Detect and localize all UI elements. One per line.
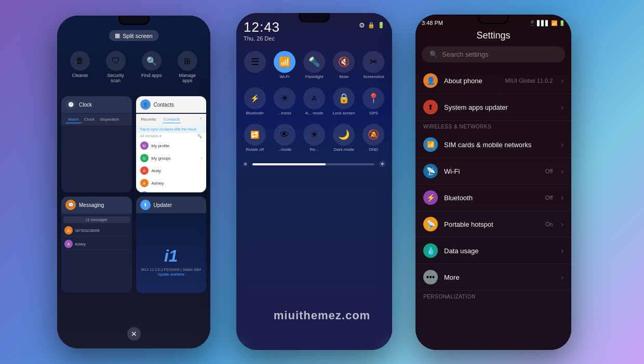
more-settings-label: More (444, 274, 555, 281)
sim-cards-chevron: › (561, 140, 564, 149)
bluetooth-settings-label: Bluetooth (444, 194, 539, 202)
contact-my-profile[interactable]: M My profile (136, 139, 207, 152)
messaging-title: Messaging (79, 202, 104, 208)
wifi-status-icon: 📶 (551, 20, 557, 26)
bluetooth-settings-value: Off (545, 194, 553, 201)
wifi-settings-chevron: › (561, 167, 564, 175)
more-settings-item[interactable]: ••• More › (415, 264, 571, 291)
system-apps-item[interactable]: ⬆ System apps updater › (415, 94, 571, 121)
tile-dark-mode[interactable]: 🌙 Dark mode (331, 124, 357, 152)
mute-icon: 🔇 (333, 51, 355, 73)
updater-body: i1 MIUI 11 0.6.0.PEGNXM | Stable 68M Upd… (136, 213, 207, 293)
alarm-tab[interactable]: Alarm (65, 116, 82, 123)
brightness-slider[interactable] (252, 163, 374, 165)
bluetooth-settings-item[interactable]: ⚡ Bluetooth Off › (415, 185, 571, 211)
contact-andy[interactable]: A Andy (136, 164, 207, 177)
stopwatch-tab[interactable]: Stopwatch (97, 116, 122, 123)
tile-menu[interactable]: ☰ (242, 51, 268, 79)
my-groups-avatar: G (140, 154, 149, 162)
updater-app-card[interactable]: ⬆ Updater i1 MIUI 11 0.6.0.PEGNXM | Stab… (136, 197, 207, 293)
contacts-app-card[interactable]: 👤 Contacts Recents Contacts + Tap to syn… (136, 96, 207, 192)
screenshot-icon: ✂ (363, 51, 384, 73)
hotspot-value: On (545, 221, 553, 227)
mode-icon: 👁 (274, 124, 296, 146)
tile-bluetooth[interactable]: ⚡ Bluetooth (242, 87, 268, 115)
msg-count: 11 messages (63, 216, 130, 223)
contacts-tabs: Recents Contacts + (136, 114, 207, 125)
close-recent-button[interactable]: ✕ (127, 327, 141, 341)
tile-mute[interactable]: 🔇 Mute (331, 51, 357, 79)
tile-dnd[interactable]: 🔕 DND (360, 124, 387, 152)
right-time: 3:48 PM (422, 20, 443, 26)
sim-cards-item[interactable]: 📶 SIM cards & mobile networks › (415, 132, 571, 158)
tile-lock-screen[interactable]: 🔒 Lock screen (331, 87, 357, 115)
hotspot-item[interactable]: 📡 Portable hotspot On › (415, 211, 571, 238)
search-contacts-icon[interactable]: 🔍 (197, 134, 202, 138)
msg-item-2[interactable]: A Ashley (63, 238, 130, 250)
msg-item-1[interactable]: A 18730321B009 (63, 225, 130, 237)
system-apps-label: System apps updater (444, 103, 555, 111)
tile-rotate[interactable]: 🔁 Rotate off (242, 124, 268, 152)
data-usage-item[interactable]: 💧 Data usage › (415, 238, 571, 264)
about-phone-chevron: › (561, 76, 564, 85)
contacts-list-tab[interactable]: Contacts (163, 116, 181, 123)
wifi-settings-label: Wi-Fi (444, 167, 539, 175)
clock-avatar: 🕐 (65, 99, 76, 110)
recents-tab[interactable]: Recents (140, 116, 157, 123)
contacts-avatar: 👤 (140, 99, 151, 110)
blurred-app-area (236, 174, 392, 350)
tile-flashlight[interactable]: 🔦 Flashlight (301, 51, 327, 79)
signal-bars-icon: ▋▋▋ (537, 20, 549, 26)
time-display: 12:43 (244, 19, 280, 35)
brightness-label: ...tness (278, 111, 291, 115)
screen-lock-icon: 🔒 (368, 22, 375, 29)
battery-icon: 🔋 (378, 22, 385, 29)
manage-apps-button[interactable]: ⊞ Manageapps (178, 51, 197, 83)
updater-logo: i1 (164, 246, 178, 266)
contacts-title: Contacts (154, 102, 174, 108)
contact-ashley[interactable]: A Ashley (136, 177, 207, 189)
quick-icons-row: 🗑 Cleaner 🛡 Securityscan 🔍 Find apps ⊞ M… (57, 51, 210, 83)
wifi-settings-item[interactable]: 📡 Wi-Fi Off › (415, 158, 571, 185)
contact-daniel[interactable]: D Daniel (136, 189, 207, 192)
andy-avatar: A (140, 166, 149, 175)
right-status-icons: 📱 ▋▋▋ 📶 🔋 (529, 20, 565, 26)
clock-title: Clock (79, 102, 92, 108)
tile-brightness[interactable]: ☀ ...tness (271, 87, 298, 115)
tile-re[interactable]: ☀ Re... (301, 124, 327, 152)
system-apps-chevron: › (561, 103, 564, 111)
tile-gps[interactable]: 📍 GPS (360, 87, 387, 115)
split-screen-button[interactable]: ▦ Split screen (109, 30, 158, 41)
wifi-label: Wi-Fi (279, 74, 289, 79)
brightness-low-icon: ☀ (243, 161, 248, 168)
rotate-label: Rotate off (246, 147, 264, 152)
about-phone-item[interactable]: 👤 About phone MIUI Global 11.0.2 › (415, 68, 571, 94)
messaging-card-header: 💬 Messaging (61, 197, 132, 213)
tile-auto-mode[interactable]: A A... mode (301, 87, 327, 115)
find-apps-button[interactable]: 🔍 Find apps (141, 51, 162, 83)
phone-left: ▦ Split screen 🗑 Cleaner 🛡 Securityscan … (57, 16, 210, 348)
quick-tiles-row1: ☰ 📶 Wi-Fi 🔦 Flashlight 🔇 Mute ✂ Screensh… (236, 46, 392, 79)
contacts-card-header: 👤 Contacts (136, 96, 207, 113)
clock-tab[interactable]: Clock (82, 116, 97, 123)
lock-screen-icon: 🔒 (333, 87, 355, 109)
cleaner-button[interactable]: 🗑 Cleaner (70, 51, 90, 83)
tile-screenshot[interactable]: ✂ Screenshot (360, 51, 387, 79)
tile-mode[interactable]: 👁 ...mode (271, 124, 298, 152)
gps-label: GPS (369, 111, 378, 115)
contacts-count: All contacts ▾ (140, 134, 162, 138)
bluetooth-settings-icon: ⚡ (423, 190, 438, 205)
cleaner-icon: 🗑 (70, 51, 90, 71)
settings-page-title: Settings (415, 26, 571, 46)
settings-gear-icon[interactable]: ⚙ (359, 21, 365, 29)
contact-my-groups[interactable]: G My groups › (136, 152, 207, 164)
messaging-app-card[interactable]: 💬 Messaging 11 messages A 18730321B009 A… (61, 197, 132, 293)
search-settings-bar[interactable]: 🔍 Search settings (422, 46, 565, 62)
clock-card-header: 🕐 Clock (61, 96, 132, 113)
data-usage-chevron: › (561, 246, 564, 255)
dark-mode-icon: 🌙 (333, 124, 355, 146)
security-scan-button[interactable]: 🛡 Securityscan (106, 51, 126, 83)
clock-app-card[interactable]: 🕐 Clock Alarm Clock Stopwatch (61, 96, 132, 192)
sync-banner: Tap to sync contacts with the cloud (136, 125, 207, 133)
tile-wifi[interactable]: 📶 Wi-Fi (271, 51, 298, 79)
